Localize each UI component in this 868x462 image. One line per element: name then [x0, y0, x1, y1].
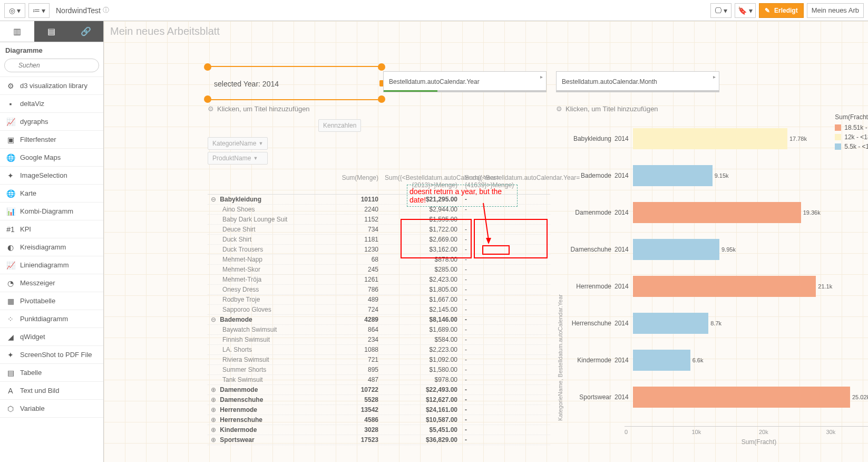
chart-type-item[interactable]: 🌐Google Maps — [0, 149, 103, 167]
bar-row[interactable]: Damenmode201419.36k — [564, 194, 868, 231]
chart-type-label: Google Maps — [20, 153, 61, 161]
filter-pane-month[interactable]: Bestelldatum.autoCalendar.Month ▸ — [556, 71, 719, 92]
bar-row[interactable]: Damenschuhe20149.95k — [564, 231, 868, 268]
chart-type-item[interactable]: ⚙d3 visualization library — [0, 77, 103, 95]
bar-row[interactable]: Kindermode20146.6k — [564, 342, 868, 379]
expand-icon[interactable]: ⊕ — [211, 386, 218, 393]
table-row[interactable]: Rodbye Troje489$1,667.00- — [208, 295, 550, 305]
chart-type-item[interactable]: 📊Kombi-Diagramm — [0, 203, 103, 220]
chart-type-item[interactable]: ✦ScreenShot to PDF File — [0, 346, 103, 364]
chart-type-item[interactable]: ◔Messzeiger — [0, 274, 103, 292]
table-row[interactable]: Riviera Swimsuit721$1,092.00- — [208, 355, 550, 365]
chart-type-item[interactable]: ▤Tabelle — [0, 364, 103, 382]
expand-icon[interactable]: ⊕ — [211, 416, 218, 424]
bar[interactable]: 6.6k — [633, 350, 690, 371]
tab-links[interactable]: 🔗 — [69, 21, 103, 42]
bar[interactable]: 17.78k — [633, 128, 787, 149]
pivot-title[interactable]: ⚙ Klicken, um Titel hinzuzufügen — [208, 103, 550, 115]
table-row[interactable]: Finnish Swimsuit234$584.00- — [208, 335, 550, 345]
dim1-button[interactable]: KategorieName▼ — [208, 137, 268, 150]
bar[interactable]: 9.95k — [633, 239, 719, 260]
bookmark-button[interactable]: 🔖 ▾ — [735, 3, 756, 18]
resize-handle[interactable] — [204, 95, 211, 103]
resize-handle[interactable] — [204, 63, 211, 71]
table-row[interactable]: ⊕ Damenmode10722$22,493.00- — [208, 385, 550, 395]
bar[interactable]: 25.02k — [633, 387, 850, 408]
table-row[interactable]: Tank Swimsuit487$978.00- — [208, 375, 550, 385]
bar-row[interactable]: Babykleidung201417.78k — [564, 120, 868, 157]
table-row[interactable]: Baby Dark Lounge Suit1152$1,595.00- — [208, 215, 550, 225]
resize-handle[interactable] — [378, 95, 385, 103]
bar-row[interactable]: Sportswear201425.02k — [564, 379, 868, 416]
tab-fields[interactable]: ▤ — [34, 21, 69, 42]
pivot-table-object[interactable]: ⚙ Klicken, um Titel hinzuzufügen Kennzah… — [208, 103, 550, 435]
bar[interactable]: 19.36k — [633, 202, 801, 223]
chart-type-item[interactable]: 🌐Karte — [0, 185, 103, 203]
table-row[interactable]: ⊕ Kindermode3028$5,451.00- — [208, 425, 550, 435]
chart-type-item[interactable]: 📈Liniendiagramm — [0, 256, 103, 274]
bar[interactable]: 9.15k — [633, 165, 713, 186]
table-row[interactable]: Baywatch Swimsuit864$1,689.00- — [208, 325, 550, 335]
bar[interactable]: 8.7k — [633, 313, 708, 334]
table-row[interactable]: Mehmet-Tröja1261$2,423.00- — [208, 275, 550, 285]
chart-type-item[interactable]: ▣Filterfenster — [0, 131, 103, 149]
table-row[interactable]: ⊖ Bademode4289$8,146.00- — [208, 315, 550, 325]
table-row[interactable]: ⊕ Damenschuhe5528$12,627.00- — [208, 395, 550, 405]
measures-button[interactable]: Kennzahlen — [318, 119, 361, 132]
text-object-selected[interactable]: selected Year: 2014 — [208, 66, 382, 100]
search-input[interactable] — [4, 59, 99, 72]
sheet-title[interactable]: Mein neues Arbeitsblatt — [110, 25, 220, 37]
list-menu-button[interactable]: ≔ ▾ — [28, 3, 50, 18]
chart-type-item[interactable]: ▪deltaViz — [0, 95, 103, 113]
table-row[interactable]: Deuce Shirt734$1,722.00- — [208, 225, 550, 235]
chart-type-icon: ▪ — [5, 100, 16, 108]
sheet-tab[interactable]: Mein neues Arb — [807, 3, 864, 18]
chart-type-icon: ✦ — [5, 171, 16, 180]
expand-icon[interactable]: ⊕ — [211, 406, 218, 413]
chart-type-item[interactable]: ✦ImageSelection — [0, 167, 103, 185]
table-row[interactable]: Duck Shirt1181$2,669.00- — [208, 235, 550, 245]
chart-type-icon: ✦ — [5, 351, 16, 359]
table-row[interactable]: ⊕ Sportswear17523$36,829.00- — [208, 435, 550, 445]
expand-icon[interactable]: ⊕ — [211, 396, 218, 403]
table-row[interactable]: Mehmet-Napp68$878.00- — [208, 255, 550, 265]
expand-icon[interactable]: ⊖ — [211, 316, 218, 323]
expand-icon[interactable]: ⊕ — [211, 426, 218, 434]
expand-icon[interactable]: ⊕ — [211, 436, 218, 444]
chart-type-item[interactable]: ⬡Variable — [0, 400, 103, 418]
tab-charts[interactable]: ▥ — [0, 21, 34, 42]
bar[interactable]: 21.1k — [633, 276, 816, 297]
chart-type-item[interactable]: #1KPI — [0, 220, 103, 238]
bar-row[interactable]: Herrenschuhe20148.7k — [564, 305, 868, 342]
bar-row[interactable]: Herrenmode201421.1k — [564, 268, 868, 305]
info-icon[interactable]: ⓘ — [103, 6, 109, 15]
table-row[interactable]: ⊕ Herrenschuhe4586$10,587.00- — [208, 415, 550, 425]
table-row[interactable]: Duck Trousers1230$3,162.00- — [208, 245, 550, 255]
table-row[interactable]: Sapporoo Gloves724$2,145.00- — [208, 305, 550, 315]
table-row[interactable]: LA. Shorts1088$2,223.00- — [208, 345, 550, 355]
expand-icon[interactable]: ⊖ — [211, 196, 218, 203]
bar-row[interactable]: Bademode20149.15k — [564, 157, 868, 194]
device-preview-button[interactable]: 🖵 ▾ — [710, 3, 732, 18]
chart-type-item[interactable]: ▦Pivottabelle — [0, 292, 103, 310]
filter-pane-year[interactable]: Bestelldatum.autoCalendar.Year ▸ — [383, 71, 547, 92]
chart-type-item[interactable]: AText und Bild — [0, 382, 103, 400]
col-header-m1[interactable]: Sum(Menge) — [324, 169, 382, 194]
table-row[interactable]: Onesy Dress786$1,805.00- — [208, 285, 550, 295]
bar-chart-object[interactable]: ⚙ Klicken, um Titel hinzuzufügen Kategor… — [556, 103, 868, 440]
chart-type-item[interactable]: ◢qWidget — [0, 328, 103, 346]
nav-menu-button[interactable]: ◎ ▾ — [4, 3, 25, 18]
chart-type-item[interactable]: ⁘Punktdiagramm — [0, 310, 103, 328]
bar-chart-title[interactable]: ⚙ Klicken, um Titel hinzuzufügen — [556, 103, 868, 115]
chart-type-item[interactable]: ◐Kreisdiagramm — [0, 238, 103, 256]
table-row[interactable]: Mehmet-Skor245$285.00- — [208, 265, 550, 275]
chart-type-item[interactable]: 📈dygraphs — [0, 113, 103, 131]
dim2-button[interactable]: ProduktName▼ — [208, 152, 268, 165]
table-row[interactable]: Summer Shorts895$1,580.00- — [208, 365, 550, 375]
sheet-canvas[interactable]: Mein neues Arbeitsblatt selected Year: 2… — [104, 21, 868, 462]
done-button[interactable]: ✎ Erledigt — [759, 3, 804, 18]
x-axis-label: Sum(Fracht) — [625, 438, 868, 446]
table-row[interactable]: ⊕ Herrenmode13542$24,161.00- — [208, 405, 550, 415]
resize-handle[interactable] — [378, 63, 385, 71]
bar-year-label: 2014 — [615, 320, 633, 327]
